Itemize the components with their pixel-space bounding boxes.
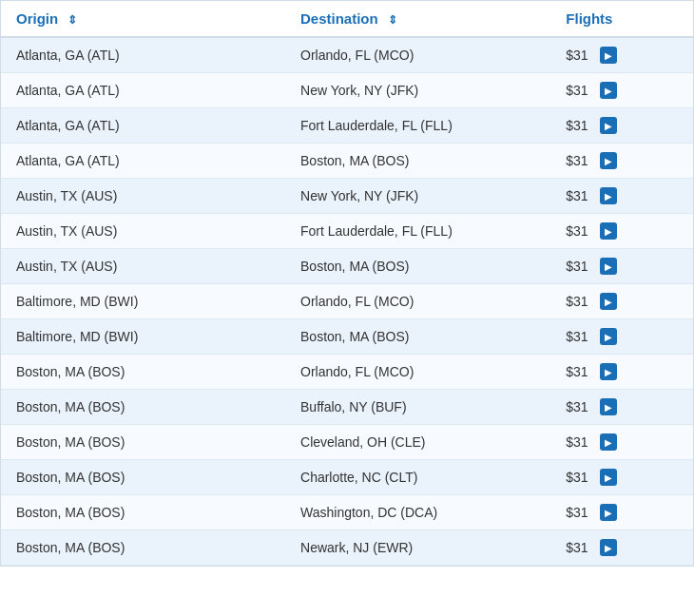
cell-origin: Boston, MA (BOS) (1, 390, 285, 425)
view-flights-button[interactable]: ▶ (600, 117, 617, 134)
cell-origin: Austin, TX (AUS) (1, 179, 285, 214)
cell-origin: Boston, MA (BOS) (1, 355, 285, 390)
table-row: Boston, MA (BOS)Buffalo, NY (BUF)$31▶ (1, 390, 693, 425)
price-value: $31 (566, 188, 588, 203)
cell-destination: Boston, MA (BOS) (285, 144, 550, 179)
cell-flights: $31▶ (550, 37, 693, 73)
price-value: $31 (566, 329, 588, 344)
price-value: $31 (566, 505, 588, 520)
cell-origin: Atlanta, GA (ATL) (1, 108, 285, 144)
header-origin-label: Origin (16, 10, 58, 27)
cell-destination: Newark, NJ (EWR) (285, 530, 550, 566)
cell-origin: Baltimore, MD (BWI) (1, 319, 285, 355)
cell-destination: Orlando, FL (MCO) (285, 284, 550, 319)
sort-icon-origin: ⇕ (67, 13, 77, 27)
price-value: $31 (566, 540, 588, 555)
view-flights-button[interactable]: ▶ (600, 433, 617, 451)
cell-destination: Boston, MA (BOS) (285, 319, 550, 355)
cell-destination: Boston, MA (BOS) (285, 249, 550, 284)
cell-flights: $31▶ (550, 355, 693, 390)
cell-flights: $31▶ (550, 319, 693, 355)
price-value: $31 (566, 83, 588, 98)
cell-origin: Austin, TX (AUS) (1, 249, 285, 284)
cell-destination: Fort Lauderdale, FL (FLL) (285, 214, 550, 249)
cell-origin: Baltimore, MD (BWI) (1, 284, 285, 319)
price-value: $31 (566, 294, 588, 309)
table-row: Boston, MA (BOS)Charlotte, NC (CLT)$31▶ (1, 460, 693, 495)
price-value: $31 (566, 153, 588, 168)
price-value: $31 (566, 259, 588, 274)
view-flights-button[interactable]: ▶ (600, 258, 617, 275)
header-flights-label: Flights (566, 10, 612, 27)
cell-flights: $31▶ (550, 73, 693, 108)
table-header-row: Origin ⇕ Destination ⇕ Flights (1, 1, 693, 37)
cell-origin: Atlanta, GA (ATL) (1, 73, 285, 108)
table-row: Atlanta, GA (ATL)New York, NY (JFK)$31▶ (1, 73, 693, 108)
view-flights-button[interactable]: ▶ (600, 187, 617, 204)
cell-flights: $31▶ (550, 530, 693, 566)
table-row: Boston, MA (BOS)Cleveland, OH (CLE)$31▶ (1, 425, 693, 460)
view-flights-button[interactable]: ▶ (600, 152, 617, 169)
cell-origin: Boston, MA (BOS) (1, 460, 285, 495)
table-row: Baltimore, MD (BWI)Orlando, FL (MCO)$31▶ (1, 284, 693, 319)
cell-origin: Boston, MA (BOS) (1, 530, 285, 566)
view-flights-button[interactable]: ▶ (600, 363, 617, 380)
cell-destination: Washington, DC (DCA) (285, 495, 550, 530)
cell-origin: Atlanta, GA (ATL) (1, 144, 285, 179)
cell-flights: $31▶ (550, 495, 693, 530)
cell-origin: Boston, MA (BOS) (1, 495, 285, 530)
table-row: Atlanta, GA (ATL)Orlando, FL (MCO)$31▶ (1, 37, 693, 73)
header-flights: Flights (550, 1, 693, 37)
price-value: $31 (566, 399, 588, 414)
view-flights-button[interactable]: ▶ (600, 469, 617, 486)
view-flights-button[interactable]: ▶ (600, 328, 617, 345)
view-flights-button[interactable]: ▶ (600, 398, 617, 415)
cell-destination: Buffalo, NY (BUF) (285, 390, 550, 425)
price-value: $31 (566, 470, 588, 485)
price-value: $31 (566, 364, 588, 379)
table-row: Boston, MA (BOS)Washington, DC (DCA)$31▶ (1, 495, 693, 530)
cell-destination: New York, NY (JFK) (285, 73, 550, 108)
cell-destination: Orlando, FL (MCO) (285, 37, 550, 73)
table-row: Atlanta, GA (ATL)Fort Lauderdale, FL (FL… (1, 108, 693, 144)
cell-flights: $31▶ (550, 249, 693, 284)
table-row: Austin, TX (AUS)Boston, MA (BOS)$31▶ (1, 249, 693, 284)
view-flights-button[interactable]: ▶ (600, 539, 617, 556)
view-flights-button[interactable]: ▶ (600, 504, 617, 521)
price-value: $31 (566, 48, 588, 63)
header-destination-label: Destination (300, 10, 378, 27)
table-row: Austin, TX (AUS)Fort Lauderdale, FL (FLL… (1, 214, 693, 249)
price-value: $31 (566, 223, 588, 239)
cell-flights: $31▶ (550, 179, 693, 214)
flights-table-container: Origin ⇕ Destination ⇕ Flights Atlanta, … (0, 0, 694, 567)
cell-origin: Boston, MA (BOS) (1, 425, 285, 460)
view-flights-button[interactable]: ▶ (600, 222, 617, 240)
table-row: Baltimore, MD (BWI)Boston, MA (BOS)$31▶ (1, 319, 693, 355)
view-flights-button[interactable]: ▶ (600, 82, 617, 99)
view-flights-button[interactable]: ▶ (600, 293, 617, 310)
cell-destination: Cleveland, OH (CLE) (285, 425, 550, 460)
cell-destination: New York, NY (JFK) (285, 179, 550, 214)
cell-destination: Orlando, FL (MCO) (285, 355, 550, 390)
cell-flights: $31▶ (550, 284, 693, 319)
cell-origin: Atlanta, GA (ATL) (1, 37, 285, 73)
header-origin[interactable]: Origin ⇕ (1, 1, 285, 37)
flights-table: Origin ⇕ Destination ⇕ Flights Atlanta, … (1, 1, 693, 566)
cell-destination: Fort Lauderdale, FL (FLL) (285, 108, 550, 144)
cell-flights: $31▶ (550, 144, 693, 179)
sort-icon-destination: ⇕ (388, 13, 397, 27)
view-flights-button[interactable]: ▶ (600, 47, 617, 64)
table-row: Austin, TX (AUS)New York, NY (JFK)$31▶ (1, 179, 693, 214)
table-row: Atlanta, GA (ATL)Boston, MA (BOS)$31▶ (1, 144, 693, 179)
cell-destination: Charlotte, NC (CLT) (285, 460, 550, 495)
table-row: Boston, MA (BOS)Orlando, FL (MCO)$31▶ (1, 355, 693, 390)
price-value: $31 (566, 434, 588, 450)
table-row: Boston, MA (BOS)Newark, NJ (EWR)$31▶ (1, 530, 693, 566)
cell-flights: $31▶ (550, 425, 693, 460)
price-value: $31 (566, 118, 588, 133)
header-destination[interactable]: Destination ⇕ (285, 1, 550, 37)
cell-origin: Austin, TX (AUS) (1, 214, 285, 249)
cell-flights: $31▶ (550, 214, 693, 249)
cell-flights: $31▶ (550, 108, 693, 144)
cell-flights: $31▶ (550, 460, 693, 495)
